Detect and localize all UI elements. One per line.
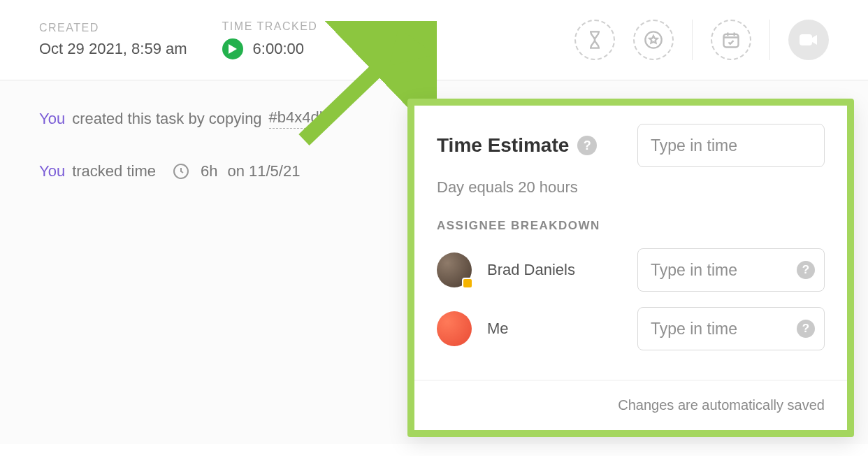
time-estimate-popover: Time Estimate ? Day equals 20 hours ASSI… xyxy=(407,99,854,437)
popover-subtitle: Day equals 20 hours xyxy=(437,178,825,197)
time-estimate-input[interactable] xyxy=(637,124,825,167)
avatar xyxy=(437,252,472,287)
separator xyxy=(692,20,693,60)
hourglass-icon xyxy=(585,30,605,50)
help-icon[interactable]: ? xyxy=(797,320,815,338)
created-value: Oct 29 2021, 8:59 am xyxy=(39,40,187,58)
video-call-button[interactable] xyxy=(788,20,829,60)
star-icon xyxy=(644,30,663,50)
tracked-duration: 6h xyxy=(201,162,217,180)
separator xyxy=(769,20,770,60)
time-tracked-label: TIME TRACKED xyxy=(222,20,318,33)
popover-title: Time Estimate xyxy=(437,134,569,157)
actor-you: You xyxy=(39,110,65,128)
time-tracked-value: 6:00:00 xyxy=(253,40,304,58)
svg-rect-1 xyxy=(724,34,739,48)
svg-rect-2 xyxy=(800,34,812,45)
created-block: CREATED Oct 29 2021, 8:59 am xyxy=(39,22,187,58)
due-date-button[interactable] xyxy=(711,20,751,60)
play-icon xyxy=(229,44,237,54)
assignee-name: Me xyxy=(487,320,509,338)
help-icon[interactable]: ? xyxy=(577,136,597,155)
avatar xyxy=(437,311,472,346)
actor-you: You xyxy=(39,162,65,180)
time-tracked-block: TIME TRACKED 6:00:00 xyxy=(222,20,318,59)
assignee-row: Me ? xyxy=(437,307,825,350)
icon-actions-row xyxy=(574,20,829,60)
assignee-breakdown-label: ASSIGNEE BREAKDOWN xyxy=(437,219,825,233)
video-camera-icon xyxy=(799,33,818,47)
assignee-row: Brad Daniels ? xyxy=(437,248,825,292)
created-label: CREATED xyxy=(39,22,187,34)
activity-text: tracked time xyxy=(72,162,156,180)
time-estimate-button[interactable] xyxy=(574,20,615,60)
start-tracking-button[interactable] xyxy=(222,38,243,59)
tracked-date: on 11/5/21 xyxy=(227,162,300,180)
source-task-link[interactable]: #b4x4dk xyxy=(269,108,327,129)
status-indicator xyxy=(462,278,473,289)
task-top-bar: CREATED Oct 29 2021, 8:59 am TIME TRACKE… xyxy=(0,0,868,80)
activity-text: created this task by copying xyxy=(72,110,261,128)
sprint-points-button[interactable] xyxy=(633,20,674,60)
popover-footer-note: Changes are automatically saved xyxy=(414,380,847,430)
help-icon[interactable]: ? xyxy=(797,261,815,279)
clock-icon xyxy=(173,163,189,180)
calendar-check-icon xyxy=(721,30,741,50)
assignee-name: Brad Daniels xyxy=(487,261,575,279)
